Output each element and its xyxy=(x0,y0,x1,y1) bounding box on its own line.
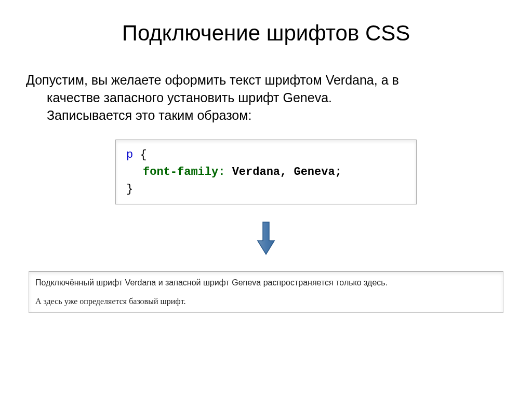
result-base-text: А здесь уже определяется базовый шрифт. xyxy=(35,297,497,306)
arrow-container xyxy=(26,220,506,258)
down-arrow-icon xyxy=(256,220,276,256)
code-line-3: } xyxy=(126,181,406,198)
code-line-1: p { xyxy=(126,146,406,163)
code-value: Verdana, Geneva; xyxy=(225,166,341,179)
code-brace-open: { xyxy=(140,148,147,161)
code-line-2: font-family: Verdana, Geneva; xyxy=(126,163,406,181)
body-line-2: качестве запасного установить шрифт Gene… xyxy=(26,89,506,107)
result-preview-box: Подключённый шрифт Verdana и запасной шр… xyxy=(29,271,503,313)
code-selector: p xyxy=(126,148,133,161)
code-property: font-family: xyxy=(143,166,225,179)
slide-title: Подключение шрифтов CSS xyxy=(26,21,506,46)
body-line-3: Записывается это таким образом: xyxy=(26,107,506,125)
result-verdana-text: Подключённый шрифт Verdana и запасной шр… xyxy=(35,278,497,287)
body-paragraph: Допустим, вы желаете оформить текст шриф… xyxy=(26,72,506,124)
code-brace-close: } xyxy=(126,183,133,196)
body-line-1: Допустим, вы желаете оформить текст шриф… xyxy=(26,72,506,89)
code-example-box: p { font-family: Verdana, Geneva; } xyxy=(115,140,417,204)
